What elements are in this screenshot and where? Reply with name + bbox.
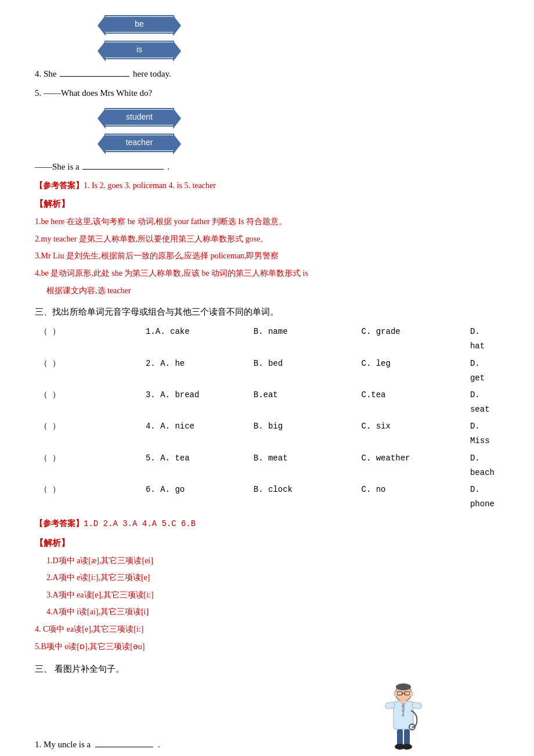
svg-point-9 [402,715,404,717]
q6-B: B. clock [249,481,357,513]
q5-C: C. weather [357,450,466,481]
q5-answer-prefix: ——She is a . [35,162,169,171]
q1-period: . [158,740,160,749]
q5-answer-line: ——She is a . [35,159,499,175]
analysis-1: 1.be here 在这里,该句考察 be 动词,根据 your father … [35,214,499,230]
arrow-teacher-inner: teacher [106,135,172,150]
paren-5: （ ） [35,450,141,481]
vocab-answer-bracket: 【参考答案】 [35,519,84,528]
arrow-student-text: student [121,110,157,124]
q6-label: 6. A. go [141,481,249,513]
arrow-is-inner: is [106,42,172,57]
ref-answers-part2: 【参考答案】1. Is 2. goes 3. policeman 4. is 5… [35,178,499,193]
svg-point-8 [402,710,404,712]
arrow-teacher: teacher [104,134,174,152]
arrow-teacher-text: teacher [121,135,158,150]
arrow-is: is [104,41,174,59]
section3-title: 三、找出所给单词元音字母或组合与其他三个读音不同的单词。 [35,304,499,320]
analysis-3: 3.Mr Liu 是刘先生,根据前后一致的原那么,应选择 policeman,即… [35,249,499,264]
analysis-2: 2.my teacher 是第三人称单数,所以要使用第三人称单数形式 gose。 [35,232,499,247]
vocab-analysis-3: 3.A项中 ea读[e],其它三项读[i:] [46,588,499,603]
section3-label: 三、找出所给单词元音字母或组合与其他三个读音不同的单词。 [35,307,279,316]
table-row: （ ） 1.A. cake B. name C. grade D. hat [35,323,499,355]
arrow-be: be [104,15,174,34]
look-pic-area: 1. My uncle is a . [35,682,499,756]
answer-bracket: 【参考答案】 [35,181,84,190]
arrow-be-text: be [130,17,149,31]
vocab-answers-text: 1.D 2.A 3.A 4.A 5.C 6.B [84,519,196,528]
vocab-analysis-4: 4.A项中 i读[ai],其它三项读[i] [46,604,499,620]
vocab-answers: 【参考答案】1.D 2.A 3.A 4.A 5.C 6.B [35,516,499,531]
table-row: （ ） 5. A. tea B. meat C. weather D. beac… [35,450,499,481]
q5-text: 5. ——What does Mrs White do? [35,88,152,98]
arrow-be-inner: be [106,17,172,32]
vocab-analysis-block: 1.D项中 a读[æ],其它三项读[ei] 2.A项中 e读[i:],其它三项读… [46,553,499,620]
q5-D: D. beach [466,450,499,481]
q2-D: D. get [466,355,499,387]
q3-B: B.eat [249,387,357,418]
q1-B: B. name [249,323,357,355]
q1-label: 1.A. cake [141,323,249,355]
vocab-analysis-5: 4. C项中 ea读[e],其它三项读[i:] [35,622,499,638]
q1-D: D. hat [466,323,499,355]
q3-D: D. seat [466,387,499,418]
q5-line: 5. ——What does Mrs White do? [35,85,499,101]
arrow-student-inner: student [106,110,172,125]
look-pic-section-title: 三、 看图片补全句子。 [35,661,499,677]
vocab-analysis-title: 【解析】 [35,535,499,551]
analysis-title: 【解析】 [35,196,499,212]
look-pic-label: 三、 看图片补全句子。 [35,664,124,674]
doctor-figure [377,682,430,756]
doctor-svg [377,682,430,751]
q1-prefix: 1. My uncle is a [35,740,91,749]
q4-B: B. big [249,418,357,449]
svg-point-18 [410,692,413,696]
analysis-4: 4.be 是动词原形,此处 she 为第三人称单数,应该 be 动词的第三人称单… [35,266,499,282]
look-pic-q1: 1. My uncle is a . [35,737,160,753]
q2-B: B. bed [249,355,357,387]
table-row: （ ） 6. A. go B. clock C. no D. phone [35,481,499,513]
paren-6: （ ） [35,481,141,513]
vocab-analysis-1: 1.D项中 a读[æ],其它三项读[ei] [46,553,499,569]
q5-label: 5. A. tea [141,450,249,481]
paren-2: （ ） [35,355,141,387]
q3-C: C.tea [357,387,466,418]
page-content: be is 4. She here today. 5. ——What does … [35,12,499,756]
q4-text: 4. She here today. [35,69,171,78]
table-row: （ ） 3. A. bread B.eat C.tea D. seat [35,387,499,418]
q4-line: 4. She here today. [35,66,499,82]
vocab-table: （ ） 1.A. cake B. name C. grade D. hat （ … [35,323,499,513]
arrow-teacher-row: teacher [104,131,174,154]
q3-label: 3. A. bread [141,387,249,418]
arrow-student-row: student [104,106,174,129]
answers-text: 1. Is 2. goes 3. policeman 4. is 5. teac… [84,181,216,190]
q1-C: C. grade [357,323,466,355]
paren-1: （ ） [35,323,141,355]
q4-label: 4. A. nice [141,418,249,449]
svg-point-16 [402,744,412,750]
q6-D: D. phone [466,481,499,513]
q2-C: C. leg [357,355,466,387]
svg-rect-19 [400,700,406,703]
q6-C: C. no [357,481,466,513]
q2-label: 2. A. he [141,355,249,387]
q4-D: D. Miss [466,418,499,449]
arrow-is-text: is [132,42,147,57]
svg-point-7 [402,705,404,707]
arrow-student: student [104,108,174,127]
q5-B: B. meat [249,450,357,481]
q5-arrows: student teacher [104,105,499,156]
q4-arrows: be is [104,12,499,63]
q1-blank [95,747,153,747]
svg-point-17 [394,692,397,696]
q4-C: C. six [357,418,466,449]
vocab-analysis-6: 5.B项中 o读[ɒ],其它三项读[əu] [35,639,499,655]
arrow-be-row: be [104,13,174,36]
table-row: （ ） 2. A. he B. bed C. leg D. get [35,355,499,387]
svg-rect-14 [404,729,410,746]
table-row: （ ） 4. A. nice B. big C. six D. Miss [35,418,499,449]
svg-point-1 [396,683,411,690]
vocab-analysis-2: 2.A项中 e读[i:],其它三项读[e] [46,570,499,586]
arrow-is-row: is [104,38,174,62]
svg-rect-13 [397,729,403,746]
